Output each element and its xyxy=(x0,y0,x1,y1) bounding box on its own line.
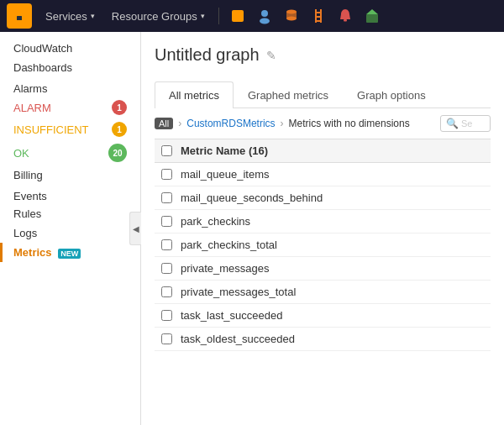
sidebar-item-dashboards[interactable]: Dashboards xyxy=(0,58,140,77)
search-box[interactable]: 🔍 Se xyxy=(440,115,491,132)
page-title: Untitled graph xyxy=(155,45,260,65)
svg-point-7 xyxy=(286,17,297,21)
row-checkbox[interactable] xyxy=(161,216,172,227)
metric-name-cell: park_checkins xyxy=(181,215,250,228)
row-checkbox[interactable] xyxy=(161,239,172,250)
alarm-bell-icon[interactable] xyxy=(333,4,357,28)
sidebar-item-metrics[interactable]: Metrics NEW xyxy=(0,243,140,262)
table-row[interactable]: task_last_succeeded xyxy=(155,304,491,328)
services-caret: ▾ xyxy=(91,12,95,20)
search-placeholder: Se xyxy=(461,118,472,129)
row-checkbox[interactable] xyxy=(161,310,172,321)
svg-rect-12 xyxy=(315,20,322,22)
breadcrumb-all[interactable]: All xyxy=(155,118,173,129)
services-nav[interactable]: Services ▾ xyxy=(39,7,102,26)
package-icon[interactable] xyxy=(360,4,384,28)
sidebar-collapse-button[interactable]: ◀ xyxy=(129,212,141,245)
svg-rect-13 xyxy=(344,19,347,22)
table-row[interactable]: mail_queue_seconds_behind xyxy=(155,186,491,210)
select-all-checkbox[interactable] xyxy=(161,145,172,156)
row-checkbox[interactable] xyxy=(161,263,172,274)
table-row[interactable]: private_messages xyxy=(155,257,491,281)
metric-name-header: Metric Name (16) xyxy=(181,144,268,157)
orange-cube-icon[interactable] xyxy=(226,4,249,28)
edit-title-icon[interactable]: ✎ xyxy=(266,49,276,62)
svg-rect-10 xyxy=(315,12,322,13)
resource-groups-label: Resource Groups xyxy=(112,10,197,23)
tab-bar: All metrics Graphed metrics Graph option… xyxy=(155,81,491,108)
resource-groups-nav[interactable]: Resource Groups ▾ xyxy=(105,7,212,26)
breadcrumb-sep1: › xyxy=(178,118,181,129)
tab-graph-options[interactable]: Graph options xyxy=(343,81,440,108)
resource-groups-caret: ▾ xyxy=(201,12,205,20)
page-title-row: Untitled graph ✎ xyxy=(155,45,491,65)
collapse-icon: ◀ xyxy=(133,224,139,233)
row-checkbox[interactable] xyxy=(161,192,172,203)
sidebar-section-alarms: Alarms xyxy=(0,77,140,97)
ok-badge: 20 xyxy=(108,144,127,162)
metric-name-cell: mail_queue_items xyxy=(181,168,270,181)
services-label: Services xyxy=(45,10,87,23)
svg-point-4 xyxy=(260,18,270,24)
table-row[interactable]: private_messages_total xyxy=(155,281,491,304)
metric-name-cell: task_oldest_succeeded xyxy=(181,333,295,345)
sidebar-item-cloudwatch[interactable]: CloudWatch xyxy=(0,39,140,58)
nav-divider xyxy=(218,8,219,24)
sidebar-item-insufficient[interactable]: INSUFFICIENT 1 xyxy=(0,118,140,140)
row-checkbox[interactable] xyxy=(161,333,172,344)
table-row[interactable]: task_oldest_succeeded xyxy=(155,328,491,351)
row-checkbox[interactable] xyxy=(161,169,172,180)
metric-name-cell: mail_queue_seconds_behind xyxy=(181,192,323,204)
breadcrumb: All › CustomRDSMetrics › Metrics with no… xyxy=(155,108,491,139)
app-layout: CloudWatch Dashboards Alarms ALARM 1 INS… xyxy=(0,32,504,425)
ladder-icon[interactable] xyxy=(307,4,330,28)
svg-rect-14 xyxy=(366,14,378,23)
blue-user-icon[interactable] xyxy=(253,4,276,28)
table-row[interactable]: park_checkins xyxy=(155,210,491,233)
metric-name-cell: task_last_succeeded xyxy=(181,309,282,322)
top-nav: Services ▾ Resource Groups ▾ xyxy=(0,0,504,32)
breadcrumb-custom[interactable]: CustomRDSMetrics xyxy=(186,118,275,129)
svg-rect-11 xyxy=(315,16,322,18)
metric-name-cell: private_messages xyxy=(181,262,270,275)
database-icon[interactable] xyxy=(280,4,303,28)
table-body: mail_queue_itemsmail_queue_seconds_behin… xyxy=(155,163,491,351)
sidebar-item-alarm[interactable]: ALARM 1 xyxy=(0,97,140,118)
sidebar-item-billing[interactable]: Billing xyxy=(0,165,140,185)
svg-point-3 xyxy=(261,10,268,17)
tab-graphed-metrics[interactable]: Graphed metrics xyxy=(234,81,343,108)
sidebar-item-ok[interactable]: OK 20 xyxy=(0,140,140,165)
sidebar-section-events: Events xyxy=(0,185,140,204)
svg-rect-2 xyxy=(232,10,244,22)
table-row[interactable]: park_checkins_total xyxy=(155,233,491,257)
alarm-badge: 1 xyxy=(112,100,127,115)
breadcrumb-sep2: › xyxy=(281,118,284,129)
row-checkbox[interactable] xyxy=(161,286,172,297)
new-badge: NEW xyxy=(58,249,81,259)
aws-logo[interactable] xyxy=(7,3,32,29)
table-row[interactable]: mail_queue_items xyxy=(155,163,491,186)
metric-name-cell: private_messages_total xyxy=(181,286,296,298)
breadcrumb-dimensions: Metrics with no dimensions xyxy=(289,118,410,129)
table-header: Metric Name (16) xyxy=(155,139,491,163)
metric-name-cell: park_checkins_total xyxy=(181,239,277,251)
sidebar: CloudWatch Dashboards Alarms ALARM 1 INS… xyxy=(0,32,141,425)
tab-all-metrics[interactable]: All metrics xyxy=(155,81,234,108)
svg-marker-15 xyxy=(366,9,378,14)
main-content: Untitled graph ✎ All metrics Graphed met… xyxy=(141,32,504,425)
search-icon: 🔍 xyxy=(446,118,459,129)
sidebar-item-logs[interactable]: Logs xyxy=(0,223,140,243)
svg-rect-1 xyxy=(17,16,22,20)
sidebar-item-rules[interactable]: Rules xyxy=(0,204,140,223)
insufficient-badge: 1 xyxy=(112,122,127,137)
